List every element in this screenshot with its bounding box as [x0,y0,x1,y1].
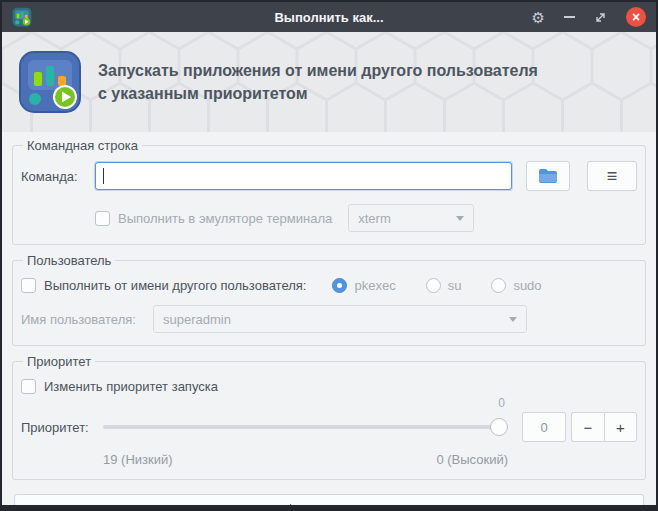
priority-max-label: 0 (Высокий) [436,452,508,467]
radio-su[interactable]: su [426,278,462,293]
minimize-icon [564,16,575,18]
priority-group: Приоритет Изменить приоритет запуска 0 П… [12,354,646,480]
folder-icon [538,168,558,184]
app-logo [18,50,82,114]
radio-sudo-control [491,278,506,293]
user-group: Пользователь Выполнить от имени другого … [12,253,646,346]
run-as-window: Выполнить как... ⚙ × [0,0,658,511]
header-banner: Запускать приложения от имени другого по… [2,32,656,132]
slider-handle[interactable] [490,418,508,436]
close-icon: × [632,10,640,24]
decrement-button[interactable]: − [571,412,604,442]
change-priority-checkbox[interactable] [21,379,36,394]
window-controls: ⚙ × [532,7,646,27]
restore-icon [594,11,607,24]
priority-scale: 19 (Низкий) 0 (Высокий) [103,452,508,467]
priority-spin-value[interactable]: 0 [522,412,566,442]
menu-icon: ≡ [607,166,618,187]
priority-group-title: Приоритет [23,354,95,369]
change-priority-label: Изменить приоритет запуска [44,379,218,394]
priority-slider[interactable] [103,418,508,436]
command-input[interactable] [95,162,512,190]
run-button-label: Запустить [308,502,369,511]
close-button[interactable]: × [626,7,646,27]
radio-sudo[interactable]: sudo [491,278,541,293]
app-description-line1: Запускать приложения от имени другого по… [98,59,538,82]
slider-track [103,425,508,429]
increment-button[interactable]: + [604,412,637,442]
radio-pkexec-control [332,278,347,293]
terminal-emulator-value: xterm [358,211,391,226]
app-icon [12,7,32,27]
run-button[interactable]: Запустить [14,494,644,511]
run-as-user-label: Выполнить от имени другого пользователя: [44,278,306,293]
command-label: Команда: [21,169,95,184]
radio-su-label: su [448,278,462,293]
slider-value-tick: 0 [103,396,508,410]
priority-min-label: 19 (Низкий) [103,452,173,467]
restore-button[interactable] [594,11,607,24]
settings-gear-icon[interactable]: ⚙ [532,10,545,25]
titlebar[interactable]: Выполнить как... ⚙ × [2,2,656,32]
terminal-checkbox[interactable] [95,211,110,226]
command-group-title: Командная строка [23,138,142,153]
radio-su-control [426,278,441,293]
minimize-button[interactable] [564,16,575,18]
user-group-title: Пользователь [23,253,115,268]
username-label: Имя пользователя: [21,312,153,327]
priority-label: Приоритет: [21,420,103,435]
radio-pkexec[interactable]: pkexec [332,278,395,293]
priority-spin-buttons: − + [571,412,637,442]
radio-sudo-label: sudo [513,278,541,293]
browse-file-button[interactable] [526,161,570,191]
terminal-checkbox-label: Выполнить в эмуляторе терминала [118,211,332,226]
username-select[interactable]: superadmin [153,305,527,333]
run-as-user-checkbox[interactable] [21,278,36,293]
app-description: Запускать приложения от имени другого по… [98,59,538,105]
terminal-emulator-select[interactable]: xterm [348,204,474,232]
radio-pkexec-label: pkexec [354,278,395,293]
text-caret [103,168,104,184]
options-menu-button[interactable]: ≡ [587,161,637,191]
dropdown-arrow-icon [509,317,517,322]
command-group: Командная строка Команда: ≡ Выполнить в … [12,138,646,245]
play-icon [290,504,299,511]
username-value: superadmin [163,312,231,327]
dropdown-arrow-icon [456,216,464,221]
app-description-line2: с указанным приоритетом [98,82,538,105]
